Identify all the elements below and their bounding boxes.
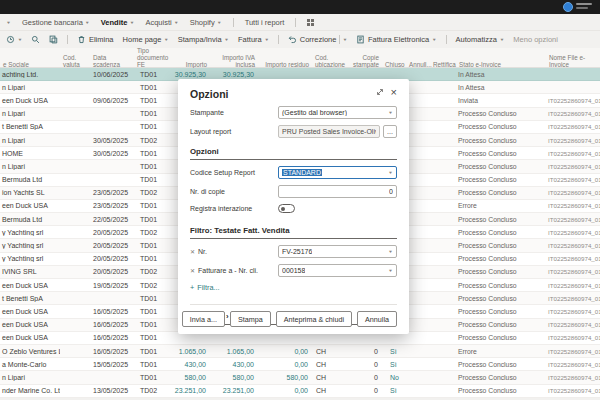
cell-residuo[interactable]: 0,00 [258, 348, 312, 355]
fattura-elettronica-button[interactable]: Fattura Elettronica ▼ [356, 35, 436, 44]
cell-importo[interactable]: 1.065,00 [174, 348, 210, 355]
cell-importo[interactable]: 430,00 [174, 361, 210, 368]
cell-rett[interactable]: _ [430, 97, 456, 104]
nav-item-gestione-bancaria[interactable]: Gestione bancaria ▼ [22, 18, 90, 27]
cell-importo[interactable]: 30.925,30 [174, 71, 210, 78]
cell-iva[interactable]: 580,00 [210, 374, 258, 381]
copies-input[interactable]: 0 [278, 185, 397, 198]
cell-rett[interactable]: _ [430, 123, 456, 130]
send-to-button[interactable]: Invia a... [182, 311, 225, 327]
cell-ann[interactable]: _ [406, 334, 430, 341]
cell-ann[interactable]: _ [406, 150, 430, 157]
nav-overflow-chevron-icon[interactable]: ▼ [6, 20, 11, 24]
cell-rett[interactable]: _ [430, 84, 456, 91]
cell-rett[interactable]: _ [430, 150, 456, 157]
search-icon[interactable] [31, 35, 40, 44]
cell-ann[interactable]: _ [406, 242, 430, 249]
cell-residuo[interactable]: 0,00 [258, 361, 312, 368]
filter-billto-input[interactable]: 000158 ▼ [278, 264, 397, 277]
cell-ann[interactable]: _ [406, 268, 430, 275]
col-header-cod-valuta[interactable]: Cod. valuta [60, 55, 90, 69]
cell-ann[interactable]: _ [406, 123, 430, 130]
cell-chiuso[interactable]: No [382, 374, 406, 381]
cell-residuo[interactable]: 0,00 [258, 387, 312, 394]
cell-chiuso[interactable]: Sì [382, 348, 406, 355]
col-header-importo-iva-inclusa[interactable]: Importo IVA inclusa [210, 55, 258, 69]
cell-rett[interactable]: _ [430, 202, 456, 209]
cell-ann[interactable]: _ [406, 387, 430, 394]
col-header-tipo-documento-fe[interactable]: Tipo documento FE [134, 48, 174, 68]
filter-nr-input[interactable]: FV-25176 ▼ [278, 245, 397, 258]
views-button[interactable]: ▼ [6, 35, 22, 44]
nav-item-shopify[interactable]: Shopify ▼ [190, 18, 222, 27]
resize-dialog-icon[interactable] [376, 88, 384, 96]
col-header-cod-ubicazione[interactable]: Cod. ubicazione [312, 55, 338, 69]
close-icon[interactable]: × [391, 88, 397, 96]
cell-ann[interactable]: _ [406, 348, 430, 355]
cell-ann[interactable]: _ [406, 176, 430, 183]
printer-select[interactable]: (Gestito dal browser) ▼ [278, 106, 397, 119]
cell-residuo[interactable]: 580,00 [258, 374, 312, 381]
cell-iva[interactable]: 430,00 [210, 361, 258, 368]
table-row[interactable]: nder Marine Co. Ltd13/05/2025TD0223.251,… [0, 385, 600, 398]
print-button[interactable]: Stampa [230, 311, 271, 327]
cell-ann[interactable]: _ [406, 295, 430, 302]
cell-chiuso[interactable]: Sì [382, 361, 406, 368]
meno-opzioni-button[interactable]: Meno opzioni [513, 35, 558, 44]
copy-icon[interactable] [49, 35, 58, 44]
cell-rett[interactable]: _ [430, 255, 456, 262]
cell-rett[interactable]: _ [430, 374, 456, 381]
cell-rett[interactable]: _ [430, 242, 456, 249]
cell-rett[interactable]: _ [430, 295, 456, 302]
cell-rett[interactable]: _ [430, 387, 456, 394]
cell-ann[interactable]: _ [406, 308, 430, 315]
remove-filter-icon[interactable]: ✕ [190, 249, 195, 255]
cell-ann[interactable]: _ [406, 163, 430, 170]
cell-rett[interactable]: _ [430, 334, 456, 341]
add-filter-link[interactable]: + Filtra... [190, 283, 397, 292]
automatizza-button[interactable]: Automatizza ▼ [456, 35, 505, 44]
cell-ann[interactable]: _ [406, 374, 430, 381]
cell-ann[interactable]: _ [406, 216, 430, 223]
cell-rett[interactable]: _ [430, 268, 456, 275]
nav-item-tutti-i-report[interactable]: Tutti i report [245, 18, 285, 27]
fattura-button[interactable]: Fattura ▼ [238, 35, 269, 44]
cell-rett[interactable]: _ [430, 229, 456, 236]
nav-item-vendite[interactable]: Vendite ▼ [101, 18, 135, 27]
table-row[interactable]: O Zeblo Ventures LLC16/05/2025TD011.065,… [0, 345, 600, 358]
cell-ann[interactable]: _ [406, 361, 430, 368]
cell-ann[interactable]: _ [406, 202, 430, 209]
user-avatar[interactable] [563, 2, 573, 12]
cancel-button[interactable]: Annulla [357, 311, 397, 327]
cell-rett[interactable]: _ [430, 189, 456, 196]
col-header-copie-stampate[interactable]: Copie stampate [338, 55, 382, 69]
cell-ann[interactable]: _ [406, 110, 430, 117]
cell-rett[interactable]: _ [430, 163, 456, 170]
grid-menu-icon[interactable] [307, 19, 314, 26]
cell-rett[interactable]: _ [430, 348, 456, 355]
cell-rett[interactable]: _ [430, 308, 456, 315]
cell-ann[interactable]: _ [406, 321, 430, 328]
log-interaction-toggle[interactable] [278, 204, 295, 213]
cell-ann[interactable]: _ [406, 255, 430, 262]
setup-code-select[interactable]: STANDARD ▼ [278, 166, 397, 179]
cell-rett[interactable]: _ [430, 361, 456, 368]
table-row[interactable]: a Monte-Carlo15/05/2025TD01430,00430,000… [0, 358, 600, 371]
layout-lookup-button[interactable]: ... [383, 125, 397, 138]
cell-importo[interactable]: 23.251,00 [174, 387, 210, 394]
cell-rett[interactable]: _ [430, 137, 456, 144]
remove-filter-icon[interactable]: ✕ [190, 268, 195, 274]
cell-iva[interactable]: 30.925,30 [210, 71, 258, 78]
cell-chiuso[interactable]: Sì [382, 387, 406, 394]
correzione-button[interactable]: Correzione ▼ [288, 35, 347, 44]
stampa-invia-button[interactable]: Stampa/Invia ▼ [178, 35, 229, 44]
col-header-data-scadenza[interactable]: Data scadenza [90, 55, 134, 69]
cell-iva[interactable]: 1.065,00 [210, 348, 258, 355]
cell-ann[interactable]: _ [406, 84, 430, 91]
cell-ann[interactable]: _ [406, 137, 430, 144]
layout-report-field[interactable]: PRU Posted Sales Invoice-Oliveri new [278, 125, 380, 138]
elimina-button[interactable]: Elimina [77, 35, 113, 44]
cell-iva[interactable]: 23.251,00 [210, 387, 258, 394]
cell-rett[interactable]: _ [430, 216, 456, 223]
home-page-button[interactable]: Home page ▼ [123, 35, 169, 44]
